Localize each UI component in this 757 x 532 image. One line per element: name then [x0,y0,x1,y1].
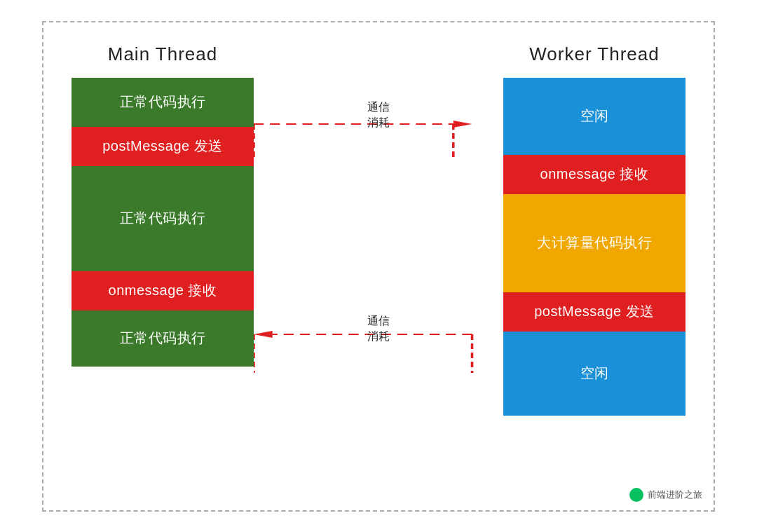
worker-block-2: onmessage 接收 [503,155,686,194]
center-arrows-area: 通信消耗 通信消耗 [254,43,503,499]
main-block-5: 正常代码执行 [71,311,254,367]
main-block-3: 正常代码执行 [71,166,254,271]
main-block-2: postMessage 发送 [71,127,254,166]
worker-block-3: 大计算量代码执行 [503,194,686,292]
main-block-1: 正常代码执行 [71,78,254,127]
main-thread-blocks: 正常代码执行 postMessage 发送 正常代码执行 onmessage 接… [71,78,254,367]
worker-block-1: 空闲 [503,78,686,155]
watermark: 前端进阶之旅 [629,488,702,502]
arrow2-label: 通信消耗 [367,313,390,345]
arrow1-label: 通信消耗 [367,100,390,131]
main-thread-section: Main Thread 正常代码执行 postMessage 发送 正常代码执行… [71,43,254,367]
worker-thread-section: Worker Thread 空闲 onmessage 接收 大计算量代码执行 p… [503,43,686,416]
svg-marker-5 [254,331,273,338]
diagram-container: Main Thread 正常代码执行 postMessage 发送 正常代码执行… [42,21,715,512]
worker-block-4: postMessage 发送 [503,292,686,332]
main-thread-title: Main Thread [108,43,218,65]
main-block-4: onmessage 接收 [71,271,254,311]
wechat-icon [629,488,643,502]
worker-thread-title: Worker Thread [529,43,659,65]
svg-marker-1 [453,121,472,128]
watermark-text: 前端进阶之旅 [648,489,702,501]
worker-block-5: 空闲 [503,332,686,416]
worker-thread-blocks: 空闲 onmessage 接收 大计算量代码执行 postMessage 发送 … [503,78,686,416]
